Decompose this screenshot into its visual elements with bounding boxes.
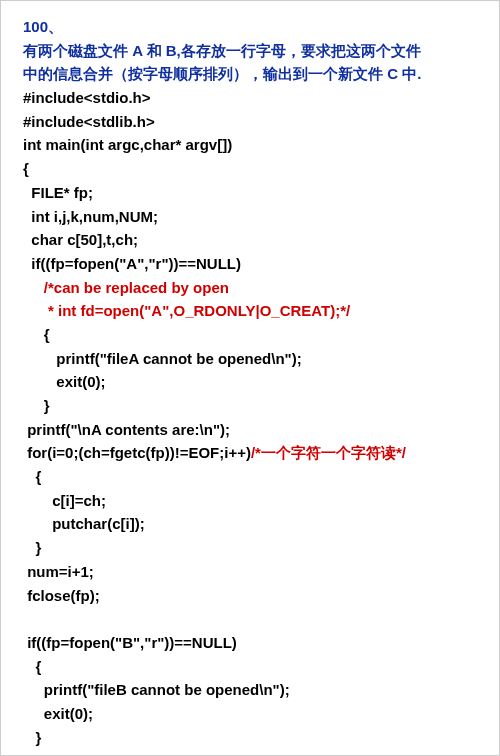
code-line: if((fp=fopen("B","r"))==NULL) [23, 631, 479, 655]
code-line: exit(0); [23, 370, 479, 394]
code-text-black: char c[50],t,ch; [23, 231, 138, 248]
code-text-red: /*can be replaced by open [23, 279, 229, 296]
code-block: 100、有两个磁盘文件 A 和 B,各存放一行字母，要求把这两个文件中的信息合并… [23, 15, 479, 749]
code-text-black: fclose(fp); [23, 587, 100, 604]
code-line: { [23, 465, 479, 489]
code-line: printf("fileB cannot be opened\n"); [23, 678, 479, 702]
code-line: * int fd=open("A",O_RDONLY|O_CREAT);*/ [23, 299, 479, 323]
code-text-black: if((fp=fopen("B","r"))==NULL) [23, 634, 237, 651]
code-line: c[i]=ch; [23, 489, 479, 513]
code-line: FILE* fp; [23, 181, 479, 205]
code-text-black: exit(0); [23, 373, 106, 390]
code-text-blue: 100、 [23, 18, 63, 35]
code-text-black: printf("fileB cannot be opened\n"); [23, 681, 290, 698]
code-line: #include<stdlib.h> [23, 110, 479, 134]
code-line: int main(int argc,char* argv[]) [23, 133, 479, 157]
code-text-blue: 中的信息合并（按字母顺序排列），输出到一个新文件 C 中. [23, 65, 421, 82]
code-line: for(i=0;(ch=fgetc(fp))!=EOF;i++)/*一个字符一个… [23, 441, 479, 465]
code-line: num=i+1; [23, 560, 479, 584]
code-line: if((fp=fopen("A","r"))==NULL) [23, 252, 479, 276]
code-text-black: #include<stdio.h> [23, 89, 151, 106]
code-line: int i,j,k,num,NUM; [23, 205, 479, 229]
code-text-black: FILE* fp; [23, 184, 93, 201]
code-line: char c[50],t,ch; [23, 228, 479, 252]
code-text-black: } [23, 397, 50, 414]
code-text-red: /*一个字符一个字符读*/ [251, 444, 406, 461]
code-text-black: if((fp=fopen("A","r"))==NULL) [23, 255, 241, 272]
code-line: 有两个磁盘文件 A 和 B,各存放一行字母，要求把这两个文件 [23, 39, 479, 63]
code-text-black: printf("\nA contents are:\n"); [23, 421, 230, 438]
code-text-black: } [23, 539, 41, 556]
code-text-black: { [23, 160, 29, 177]
code-text-black: c[i]=ch; [23, 492, 106, 509]
code-text-black: { [23, 468, 41, 485]
code-text-black: exit(0); [23, 705, 93, 722]
code-line: } [23, 726, 479, 750]
code-text-black: } [23, 729, 41, 746]
code-line: 100、 [23, 15, 479, 39]
code-text-black: num=i+1; [23, 563, 94, 580]
code-line: exit(0); [23, 702, 479, 726]
code-text-black: #include<stdlib.h> [23, 113, 155, 130]
code-line: { [23, 323, 479, 347]
code-text-black: int i,j,k,num,NUM; [23, 208, 158, 225]
code-text-black: putchar(c[i]); [23, 515, 145, 532]
code-line: } [23, 394, 479, 418]
code-text-black: { [23, 326, 50, 343]
code-line: { [23, 655, 479, 679]
code-line: 中的信息合并（按字母顺序排列），输出到一个新文件 C 中. [23, 62, 479, 86]
code-text-black: printf("fileA cannot be opened\n"); [23, 350, 302, 367]
code-line: } [23, 536, 479, 560]
code-line: fclose(fp); [23, 584, 479, 608]
code-line: #include<stdio.h> [23, 86, 479, 110]
code-line: /*can be replaced by open [23, 276, 479, 300]
code-line: { [23, 157, 479, 181]
code-text-blue: 有两个磁盘文件 A 和 B,各存放一行字母，要求把这两个文件 [23, 42, 421, 59]
code-text-black: for(i=0;(ch=fgetc(fp))!=EOF;i++) [23, 444, 251, 461]
code-line [23, 607, 479, 631]
code-line: putchar(c[i]); [23, 512, 479, 536]
code-line: printf("\nA contents are:\n"); [23, 418, 479, 442]
code-text-red: * int fd=open("A",O_RDONLY|O_CREAT);*/ [23, 302, 350, 319]
code-line: printf("fileA cannot be opened\n"); [23, 347, 479, 371]
code-text-black: { [23, 658, 41, 675]
code-text-black: int main(int argc,char* argv[]) [23, 136, 232, 153]
